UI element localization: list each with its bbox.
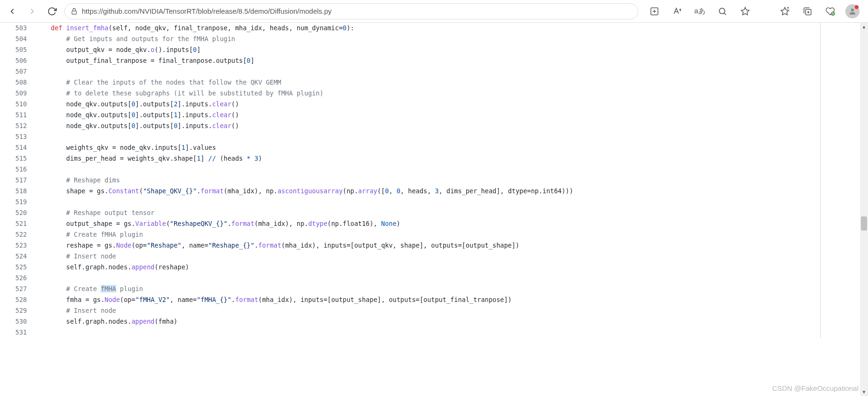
performance-button[interactable] (823, 4, 838, 19)
code-line[interactable]: shape = gs.Constant("Shape_QKV_{}".forma… (35, 186, 820, 197)
line-number[interactable]: 511 (0, 110, 27, 121)
forward-button[interactable] (25, 4, 40, 19)
code-line[interactable] (35, 164, 820, 175)
favorites-list-button[interactable] (777, 4, 792, 19)
read-aloud-icon (672, 7, 682, 16)
code-line[interactable]: # Get inputs and outputs for the fMHA pl… (35, 34, 820, 44)
line-number[interactable]: 519 (0, 197, 27, 207)
vertical-scrollbar[interactable]: ▲ ▼ (860, 23, 868, 338)
svg-rect-0 (72, 11, 76, 14)
svg-marker-4 (781, 7, 789, 15)
back-button[interactable] (5, 4, 20, 19)
arrow-right-icon (27, 7, 37, 16)
star-outline-icon (740, 7, 750, 16)
code-line[interactable]: node_qkv.outputs[0].outputs[0].inputs.cl… (35, 121, 820, 131)
code-line[interactable]: # to delete these subgraphs (it will be … (35, 88, 820, 99)
code-line[interactable]: # Clear the inputs of the nodes that fol… (35, 77, 820, 88)
line-number[interactable]: 518 (0, 186, 27, 197)
translate-icon: aあ (694, 7, 705, 16)
code-line[interactable] (35, 273, 820, 284)
star-plus-icon (780, 7, 790, 16)
line-number[interactable]: 512 (0, 121, 27, 131)
url-bar[interactable]: https://github.com/NVIDIA/TensorRT/blob/… (64, 3, 638, 19)
line-number[interactable]: 504 (0, 34, 27, 44)
browser-right-icons: aあ (643, 4, 863, 19)
line-number[interactable]: 516 (0, 164, 27, 175)
app-install-icon (650, 7, 659, 16)
svg-marker-3 (741, 7, 749, 15)
line-number[interactable]: 529 (0, 305, 27, 316)
favorite-button[interactable] (738, 4, 753, 19)
code-line[interactable]: # Insert node (35, 251, 820, 262)
code-lines[interactable]: def insert_fmha(self, node_qkv, final_tr… (35, 23, 821, 338)
line-number[interactable]: 522 (0, 229, 27, 240)
code-line[interactable]: # Reshape output tensor (35, 207, 820, 218)
line-number[interactable]: 523 (0, 240, 27, 251)
scroll-up-arrow[interactable]: ▲ (860, 23, 868, 31)
code-line[interactable] (35, 327, 820, 338)
line-number[interactable]: 521 (0, 218, 27, 229)
search-icon (718, 7, 727, 16)
code-line[interactable]: # Reshape dims (35, 175, 820, 186)
line-number[interactable]: 528 (0, 294, 27, 305)
line-number[interactable]: 520 (0, 207, 27, 218)
refresh-button[interactable] (44, 4, 60, 19)
code-line[interactable] (35, 66, 820, 77)
code-line[interactable]: node_qkv.outputs[0].outputs[2].inputs.cl… (35, 99, 820, 110)
code-line[interactable]: def insert_fmha(self, node_qkv, final_tr… (35, 23, 820, 34)
collections-button[interactable] (800, 4, 815, 19)
code-line[interactable]: self.graph.nodes.append(fmha) (35, 316, 820, 327)
code-line[interactable] (35, 197, 820, 207)
code-line[interactable]: # Insert node (35, 305, 820, 316)
svg-point-2 (719, 8, 725, 14)
arrow-left-icon (8, 7, 17, 16)
line-number[interactable]: 505 (0, 44, 27, 55)
code-line[interactable]: node_qkv.outputs[0].outputs[1].inputs.cl… (35, 110, 820, 121)
line-number[interactable]: 517 (0, 175, 27, 186)
code-line[interactable] (35, 131, 820, 142)
code-line[interactable]: output_qkv = node_qkv.o().inputs[0] (35, 44, 820, 55)
browser-toolbar: https://github.com/NVIDIA/TensorRT/blob/… (0, 0, 868, 23)
scroll-thumb[interactable] (861, 216, 867, 231)
line-number[interactable]: 509 (0, 88, 27, 99)
code-line[interactable]: output_final_tranpose = final_tranpose.o… (35, 55, 820, 66)
code-line[interactable]: # Create fMHA plugin (35, 284, 820, 294)
profile-button[interactable] (845, 4, 859, 18)
translate-button[interactable]: aあ (692, 4, 707, 19)
code-line[interactable]: output_shape = gs.Variable("ReshapeQKV_{… (35, 218, 820, 229)
line-number-gutter: 5035045055065075085095105115125135145155… (0, 23, 35, 338)
read-aloud-button[interactable] (670, 4, 685, 19)
refresh-icon (47, 7, 57, 16)
svg-point-7 (851, 9, 854, 11)
lock-icon (70, 8, 78, 15)
collections-icon (803, 7, 812, 16)
zoom-button[interactable] (715, 4, 730, 19)
line-number[interactable]: 525 (0, 262, 27, 273)
line-number[interactable]: 506 (0, 55, 27, 66)
app-install-button[interactable] (647, 4, 662, 19)
line-number[interactable]: 515 (0, 153, 27, 164)
url-text: https://github.com/NVIDIA/TensorRT/blob/… (82, 7, 332, 15)
line-number[interactable]: 526 (0, 273, 27, 284)
line-number[interactable]: 530 (0, 316, 27, 327)
code-line[interactable]: self.graph.nodes.append(reshape) (35, 262, 820, 273)
line-number[interactable]: 513 (0, 131, 27, 142)
line-number[interactable]: 524 (0, 251, 27, 262)
user-icon (848, 7, 857, 16)
code-viewer: 5035045055065075085095105115125135145155… (0, 23, 868, 338)
line-number[interactable]: 510 (0, 99, 27, 110)
code-line[interactable]: weights_qkv = node_qkv.inputs[1].values (35, 142, 820, 153)
heartbeat-icon (825, 7, 835, 16)
code-line[interactable]: fmha = gs.Node(op="fMHA_V2", name="fMHA_… (35, 294, 820, 305)
line-number[interactable]: 503 (0, 23, 27, 34)
line-number[interactable]: 531 (0, 327, 27, 338)
line-number[interactable]: 508 (0, 77, 27, 88)
line-number[interactable]: 507 (0, 66, 27, 77)
line-number[interactable]: 527 (0, 284, 27, 294)
line-number[interactable]: 514 (0, 142, 27, 153)
code-line[interactable]: reshape = gs.Node(op="Reshape", name="Re… (35, 240, 820, 251)
code-line[interactable]: dims_per_head = weights_qkv.shape[1] // … (35, 153, 820, 164)
code-line[interactable]: # Create fMHA plugin (35, 229, 820, 240)
